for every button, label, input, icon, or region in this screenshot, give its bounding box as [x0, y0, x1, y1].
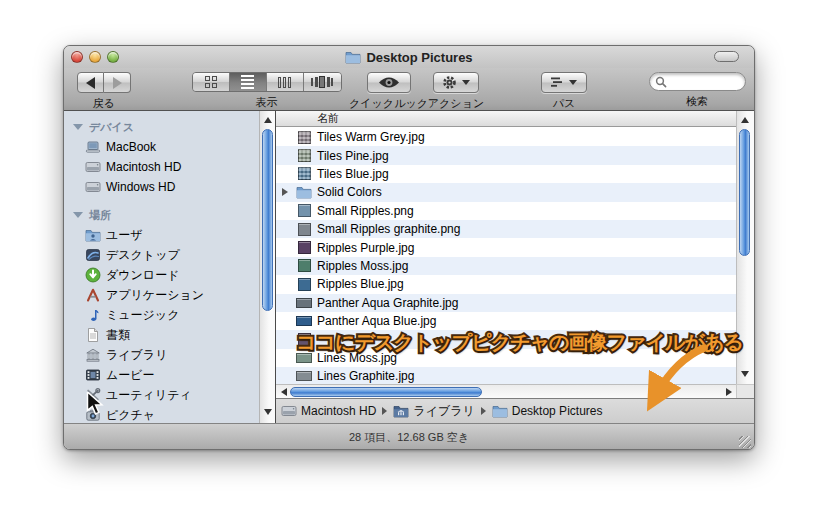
view-switcher	[192, 72, 342, 92]
sidebar-section-label: 場所	[89, 208, 111, 223]
table-row[interactable]: Small Ripples graphite.png	[276, 220, 736, 238]
mouse-cursor	[86, 392, 104, 416]
name-column-header[interactable]: 名前	[276, 111, 736, 127]
sidebar-item-label: ユーティリティ	[106, 387, 192, 404]
vertical-scrollbar-thumb[interactable]	[739, 129, 750, 256]
sidebar-item-documents[interactable]: 書類	[64, 325, 259, 345]
path-separator-icon	[382, 407, 387, 415]
sidebar-scrollbar-thumb[interactable]	[262, 129, 273, 311]
path-separator-icon	[481, 407, 486, 415]
column-view-button[interactable]	[267, 73, 304, 91]
sidebar-item-macintosh-hd[interactable]: Macintosh HD	[64, 157, 259, 177]
path-item-macintosh-hd[interactable]: Macintosh HD	[281, 403, 376, 419]
sidebar-scrollbar[interactable]	[259, 111, 275, 423]
horizontal-scrollbar-thumb[interactable]	[290, 387, 482, 397]
table-row[interactable]: Panther Aqua Graphite.jpg	[276, 294, 736, 312]
file-name: Tiles Pine.jpg	[317, 149, 389, 163]
file-icon-box	[294, 316, 314, 326]
annotation-arrow	[618, 338, 728, 413]
action-group: アクション	[416, 72, 496, 111]
action-button[interactable]	[433, 72, 479, 93]
sidebar-item-macbook[interactable]: MacBook	[64, 137, 259, 157]
file-icon-box	[294, 241, 314, 254]
table-row[interactable]: Tiles Warm Grey.jpg	[276, 128, 736, 146]
sidebar-item-label: デスクトップ	[106, 247, 180, 264]
sidebar-section-header[interactable]: 場所	[64, 205, 259, 225]
path-item-desktop-pictures[interactable]: Desktop Pictures	[492, 403, 603, 419]
table-row[interactable]: Panther Aqua Blue.jpg	[276, 312, 736, 330]
table-row[interactable]: Small Ripples.png	[276, 202, 736, 220]
coverflow-view-button[interactable]	[304, 73, 341, 91]
list-view-button[interactable]	[230, 73, 267, 91]
sidebar-item-windows-hd[interactable]: Windows HD	[64, 177, 259, 197]
sidebar-item-movies[interactable]: ムービー	[64, 365, 259, 385]
quicklook-button[interactable]	[367, 72, 411, 93]
folder-icon	[296, 184, 312, 200]
image-thumbnail-icon	[296, 298, 312, 308]
file-icon-box	[294, 149, 314, 162]
hard-drive-icon	[85, 179, 101, 195]
users-folder-icon	[85, 227, 101, 243]
icon-view-button[interactable]	[193, 73, 230, 91]
folder-icon	[345, 49, 361, 65]
sidebar: デバイスMacBookMacintosh HDWindows HD場所ユーザデス…	[64, 111, 259, 423]
back-arrow-icon	[86, 77, 95, 89]
title-bar[interactable]: Desktop Pictures	[64, 46, 754, 68]
file-name: Panther Aqua Blue.jpg	[317, 314, 436, 328]
file-icon-box	[294, 278, 314, 291]
status-text: 28 項目、12.68 GB 空き	[349, 430, 469, 445]
image-thumbnail-icon	[298, 259, 311, 272]
scroll-down-button[interactable]	[260, 405, 276, 419]
view-group: 表示	[189, 72, 344, 110]
scroll-down-button[interactable]	[737, 367, 753, 381]
sidebar-item-label: 書類	[106, 327, 130, 344]
table-row[interactable]: Tiles Pine.jpg	[276, 146, 736, 164]
sidebar-item-applications[interactable]: アプリケーション	[64, 285, 259, 305]
search-label: 検索	[686, 94, 708, 109]
back-label: 戻る	[93, 96, 115, 111]
toolbar-toggle-button[interactable]	[714, 51, 739, 62]
table-row[interactable]: Tiles Blue.jpg	[276, 165, 736, 183]
disclosure-column[interactable]	[276, 188, 294, 196]
search-icon	[655, 76, 667, 88]
table-row[interactable]: Ripples Purple.jpg	[276, 238, 736, 256]
library-icon	[85, 347, 101, 363]
view-label: 表示	[256, 95, 278, 110]
path-list-icon	[551, 77, 564, 88]
file-icon-box	[294, 298, 314, 308]
window-title-area: Desktop Pictures	[64, 49, 754, 65]
path-button[interactable]	[541, 72, 587, 93]
sidebar-item-users[interactable]: ユーザ	[64, 225, 259, 245]
table-row[interactable]: Ripples Blue.jpg	[276, 275, 736, 293]
sidebar-item-downloads[interactable]: ダウンロード	[64, 265, 259, 285]
resize-grip[interactable]	[739, 436, 751, 448]
table-row[interactable]: Solid Colors	[276, 183, 736, 201]
forward-button[interactable]	[104, 72, 131, 93]
laptop-icon	[85, 139, 101, 155]
disclosure-triangle-icon	[73, 212, 83, 218]
sidebar-item-desktop[interactable]: デスクトップ	[64, 245, 259, 265]
documents-icon	[85, 327, 101, 343]
file-icon-box	[294, 167, 314, 180]
file-icon-box	[294, 204, 314, 217]
scroll-up-button[interactable]	[260, 113, 276, 127]
path-item-library[interactable]: ライブラリ	[393, 403, 474, 420]
disclosure-triangle-icon	[282, 188, 288, 196]
table-row[interactable]: Ripples Moss.jpg	[276, 257, 736, 275]
sidebar-item-label: ミュージック	[106, 307, 179, 324]
image-thumbnail-icon	[298, 149, 311, 162]
disclosure-triangle-icon	[73, 124, 83, 130]
sidebar-item-music[interactable]: ミュージック	[64, 305, 259, 325]
file-name: Panther Aqua Graphite.jpg	[317, 296, 458, 310]
sidebar-section-gap	[64, 197, 259, 205]
scroll-left-button[interactable]	[277, 385, 290, 399]
scroll-up-button[interactable]	[737, 113, 753, 127]
sidebar-section-header[interactable]: デバイス	[64, 117, 259, 137]
sidebar-item-label: ダウンロード	[106, 267, 179, 284]
sidebar-item-library[interactable]: ライブラリ	[64, 345, 259, 365]
file-icon-box	[294, 371, 314, 381]
path-item-label: ライブラリ	[413, 403, 474, 420]
back-button[interactable]	[77, 72, 104, 93]
search-input[interactable]	[649, 72, 746, 91]
path-item-label: Macintosh HD	[301, 404, 376, 418]
